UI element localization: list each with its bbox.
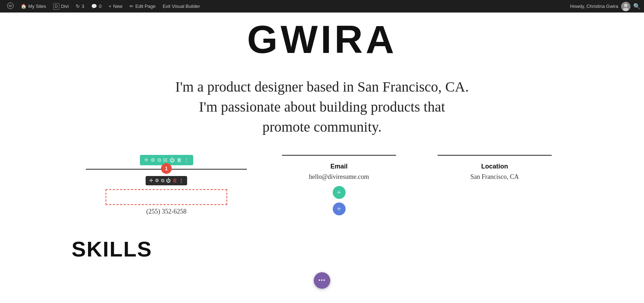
email-label: Email (330, 163, 347, 170)
phone-column: ✛ ⚙ ⧉ ⊟ ⏻ 🗑 ⋮ 1 ✛ ⚙ (72, 155, 261, 215)
my-sites-menu[interactable]: 🏠 My Sites (17, 0, 50, 13)
location-column: Location San Francisco, CA (417, 155, 572, 181)
admin-bar-right: Howdy, Christina Gwira 🔍 (570, 2, 640, 11)
phone-section: 1 ✛ ⚙ ⧉ ⏻ 🗑 ⋮ (255) 352-6258 (86, 169, 247, 215)
inner-clone-tool[interactable]: ⧉ (161, 178, 164, 184)
inner-settings-tool[interactable]: ⚙ (155, 178, 159, 184)
updates-count: 3 (82, 4, 84, 9)
clone-tool[interactable]: ⧉ (157, 157, 161, 163)
skills-section: SKILLS (0, 237, 644, 262)
edit-page-label: Edit Page (135, 4, 155, 9)
plus-icon: + (109, 4, 112, 9)
purple-float-button[interactable]: ••• (314, 272, 330, 289)
tagline: I'm a product designer based in San Fran… (125, 77, 519, 137)
location-value: San Francisco, CA (470, 173, 519, 181)
skills-title: SKILLS (72, 237, 572, 262)
divi-menu[interactable]: D Divi (50, 0, 72, 13)
add-blue-btn-1[interactable]: + (333, 202, 346, 215)
brand-title: GWIRA (0, 13, 644, 63)
teal-plus-icon: + (337, 188, 341, 197)
main-content: GWIRA I'm a product designer based in Sa… (0, 13, 644, 262)
add-teal-btn-1[interactable]: + (333, 186, 346, 199)
tagline-line3: promote community. (263, 119, 382, 135)
phone-col-inner: ✛ ⚙ ⧉ ⊟ ⏻ 🗑 ⋮ 1 ✛ ⚙ (86, 155, 247, 215)
home-icon: 🏠 (21, 4, 26, 9)
admin-bar: W 🏠 My Sites D Divi ↻ 3 💬 0 + New ✏ Edit… (0, 0, 644, 13)
user-avatar[interactable] (621, 2, 630, 11)
dots-icon: ••• (318, 277, 326, 284)
badge-number: 1 (161, 163, 172, 174)
move-tool[interactable]: ✛ (144, 157, 148, 163)
email-divider (282, 155, 396, 156)
inner-delete-tool[interactable]: 🗑 (172, 178, 177, 184)
comment-icon: 💬 (91, 4, 97, 9)
inner-toolbar[interactable]: ✛ ⚙ ⧉ ⏻ 🗑 ⋮ (146, 176, 187, 185)
divi-icon: D (53, 3, 59, 10)
comments-count: 0 (99, 4, 101, 9)
inner-disable-tool[interactable]: ⏻ (166, 178, 171, 184)
comments-menu[interactable]: 💬 0 (88, 0, 105, 13)
updates-menu[interactable]: ↻ 3 (72, 0, 88, 13)
divi-label: Divi (61, 4, 69, 9)
email-column: Email hello@diviresume.com + + (261, 155, 417, 215)
location-divider (438, 155, 552, 156)
tagline-line2: I'm passionate about building products t… (199, 99, 445, 115)
search-icon[interactable]: 🔍 (633, 3, 640, 10)
wp-logo[interactable]: W (4, 0, 17, 13)
wordpress-icon: W (7, 3, 14, 10)
howdy-text: Howdy, Christina Gwira (570, 4, 618, 9)
refresh-icon: ↻ (76, 4, 80, 9)
edit-page-btn[interactable]: ✏ Edit Page (126, 0, 159, 13)
svg-text:W: W (9, 4, 13, 8)
email-value: hello@diviresume.com (309, 173, 369, 181)
delete-tool[interactable]: 🗑 (177, 157, 182, 163)
my-sites-label: My Sites (28, 4, 46, 9)
disable-tool[interactable]: ⏻ (170, 157, 175, 163)
exit-vb-label: Exit Visual Builder (163, 4, 200, 9)
svg-point-3 (624, 4, 628, 7)
inner-move-tool[interactable]: ✛ (149, 178, 153, 184)
exit-visual-builder-btn[interactable]: Exit Visual Builder (159, 0, 204, 13)
settings-tool[interactable]: ⚙ (151, 157, 155, 163)
new-menu[interactable]: + New (105, 0, 126, 13)
info-section: ✛ ⚙ ⧉ ⊟ ⏻ 🗑 ⋮ 1 ✛ ⚙ (72, 155, 572, 215)
inner-more-tool[interactable]: ⋮ (179, 178, 184, 184)
blue-plus-icon: + (337, 204, 341, 214)
tagline-line1: I'm a product designer based in San Fran… (175, 79, 469, 95)
more-tool[interactable]: ⋮ (184, 157, 189, 163)
location-label: Location (481, 163, 508, 170)
new-label: New (113, 4, 122, 9)
columns-tool[interactable]: ⊟ (163, 157, 167, 163)
pencil-icon: ✏ (130, 4, 133, 9)
phone-number: (255) 352-6258 (86, 208, 247, 215)
phone-input[interactable] (106, 189, 227, 205)
